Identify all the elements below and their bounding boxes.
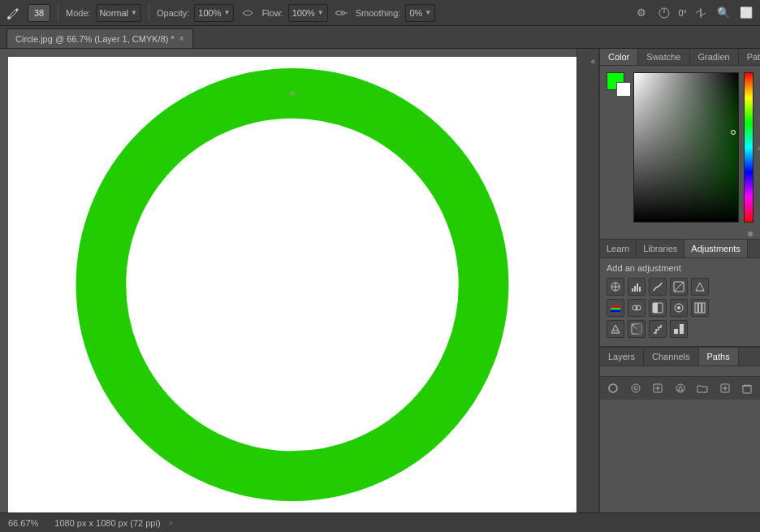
mode-dropdown[interactable]: Normal ▼ [96, 4, 141, 22]
tab-layers[interactable]: Layers [600, 348, 644, 365]
flow-label: Flow: [261, 8, 283, 18]
svg-rect-18 [611, 310, 620, 312]
view-icon[interactable]: ⬜ [737, 4, 755, 22]
svg-rect-31 [674, 329, 678, 334]
color-picker-gradient[interactable] [633, 72, 739, 223]
main-toolbar: 38 Mode: Normal ▼ Opacity: 100% ▼ Flow: … [0, 0, 760, 26]
svg-rect-10 [634, 286, 636, 292]
exposure-icon[interactable] [670, 278, 688, 296]
channel-mixer-icon[interactable] [691, 299, 709, 317]
right-area: « Color Swatche Gradien Patterns [588, 49, 760, 513]
hue-saturation-icon[interactable] [607, 299, 624, 317]
brush-tool-icon[interactable] [5, 4, 23, 22]
mode-arrow: ▼ [131, 9, 137, 16]
tab-libraries[interactable]: Libraries [637, 240, 684, 257]
hue-slider[interactable] [744, 72, 754, 223]
svg-rect-22 [653, 303, 658, 313]
angle-value: 0° [678, 8, 687, 18]
posterize-icon[interactable] [649, 320, 667, 338]
curves-icon[interactable] [649, 278, 667, 296]
color-lookup-icon[interactable] [607, 320, 624, 338]
mode-value: Normal [100, 8, 128, 18]
status-arrow[interactable]: > [169, 519, 173, 527]
svg-rect-32 [680, 324, 684, 334]
color-panel-expand-arrow[interactable]: › [758, 143, 760, 152]
mode-label: Mode: [66, 8, 91, 18]
add-mask-button[interactable] [650, 380, 666, 396]
layers-toolbar [600, 376, 760, 400]
tab-patterns[interactable]: Patterns [739, 49, 760, 65]
tab-gradient[interactable]: Gradien [690, 49, 739, 65]
tab-learn[interactable]: Learn [600, 240, 637, 257]
document-dimensions: 1080 px x 1080 px (72 ppi) [54, 518, 160, 528]
canvas-document [8, 57, 576, 513]
airbrush-icon[interactable] [333, 4, 351, 22]
right-panel: Color Swatche Gradien Patterns [599, 49, 760, 513]
add-adjustment-label: Add an adjustment [607, 263, 754, 273]
color-tab-bar: Color Swatche Gradien Patterns [600, 49, 760, 66]
toolbar-right: ⚙ 0° 🔍 ⬜ [633, 4, 755, 22]
brush-preset-icon[interactable] [239, 4, 257, 22]
svg-rect-43 [743, 386, 751, 393]
adjustment-layer-button[interactable] [672, 380, 689, 396]
collapse-panel-button[interactable]: « [588, 49, 599, 513]
tab-swatches[interactable]: Swatche [638, 49, 689, 65]
svg-point-35 [634, 387, 637, 390]
delete-layer-button[interactable] [739, 380, 755, 396]
tab-paths[interactable]: Paths [699, 348, 739, 365]
svg-rect-11 [637, 283, 638, 292]
tab-bar: Circle.jpg @ 66.7% (Layer 1, CMYK/8) * × [0, 26, 760, 49]
sep1 [58, 5, 58, 21]
svg-rect-25 [695, 303, 697, 313]
tab-color[interactable]: Color [600, 49, 638, 65]
black-white-icon[interactable] [649, 299, 667, 317]
tab-close-button[interactable]: × [179, 34, 184, 43]
document-tab[interactable]: Circle.jpg @ 66.7% (Layer 1, CMYK/8) * × [6, 28, 193, 48]
canvas-svg [8, 57, 576, 513]
svg-point-7 [290, 91, 296, 97]
color-picker-cursor [731, 130, 736, 135]
svg-point-24 [677, 306, 680, 309]
smoothing-value: 0% [409, 8, 422, 18]
levels-icon[interactable] [628, 278, 646, 296]
photo-filter-icon[interactable] [670, 299, 688, 317]
settings-icon[interactable]: ⚙ [633, 4, 650, 22]
color-balance-icon[interactable] [628, 299, 646, 317]
zoom-level: 66.67% [8, 518, 38, 528]
vibrance-icon[interactable] [691, 278, 709, 296]
symmetry-icon[interactable] [692, 4, 710, 22]
smoothing-arrow: ▼ [425, 9, 431, 16]
smoothing-dropdown[interactable]: 0% ▼ [405, 4, 435, 22]
layer-effects-button[interactable] [628, 380, 644, 396]
svg-rect-1 [336, 11, 344, 15]
adjustment-icons-row3 [607, 320, 754, 338]
svg-line-14 [674, 282, 684, 292]
svg-rect-5 [65, 57, 520, 513]
layers-content [600, 366, 760, 376]
threshold-icon[interactable] [670, 320, 688, 338]
color-content: › [600, 66, 760, 229]
svg-marker-15 [696, 283, 704, 291]
folder-icon[interactable] [694, 380, 710, 396]
search-icon[interactable]: 🔍 [715, 4, 732, 22]
invert-icon[interactable] [628, 320, 646, 338]
layers-tab-bar: Layers Channels Paths [600, 347, 760, 366]
scroll-bar-right[interactable] [576, 49, 588, 513]
new-layer-button[interactable] [717, 380, 733, 396]
color-swatches-mini[interactable] [607, 72, 628, 95]
color-bottom-indicator [747, 231, 754, 237]
opacity-dropdown[interactable]: 100% ▼ [194, 4, 234, 22]
background-color-swatch[interactable] [616, 82, 631, 97]
brightness-contrast-icon[interactable] [607, 278, 624, 296]
svg-rect-12 [639, 287, 641, 292]
link-layers-button[interactable] [605, 380, 621, 396]
tab-channels[interactable]: Channels [644, 348, 698, 365]
svg-rect-27 [702, 303, 705, 313]
tab-adjustments[interactable]: Adjustments [684, 240, 748, 257]
flow-arrow: ▼ [317, 9, 324, 16]
svg-rect-26 [699, 303, 702, 313]
canvas-area[interactable] [0, 49, 588, 513]
color-panel: Color Swatche Gradien Patterns [600, 49, 760, 240]
svg-rect-9 [632, 288, 633, 292]
flow-dropdown[interactable]: 100% ▼ [288, 4, 328, 22]
